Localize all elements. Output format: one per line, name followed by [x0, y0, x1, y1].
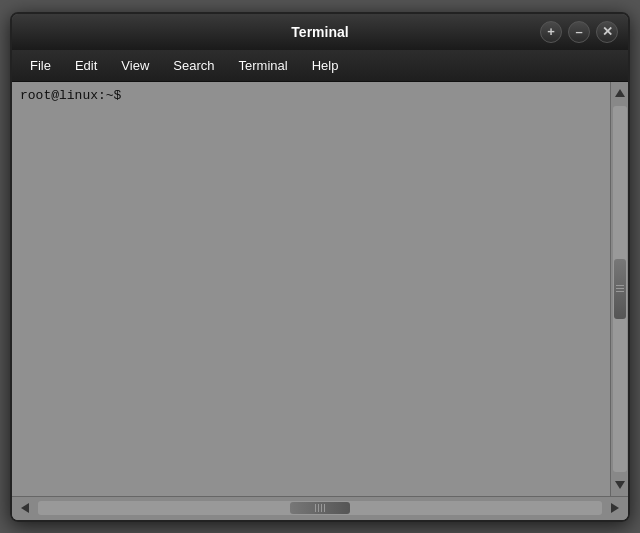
menu-file[interactable]: File	[20, 54, 61, 77]
scroll-thumb-horizontal[interactable]	[290, 502, 350, 514]
terminal-content-area: root@linux:~$	[12, 82, 628, 496]
scroll-thumb-grip	[616, 285, 624, 292]
scroll-track-vertical[interactable]	[613, 106, 627, 472]
svg-marker-0	[615, 89, 625, 97]
grip-line-2	[616, 288, 624, 289]
grip-line-1	[616, 285, 624, 286]
menu-terminal[interactable]: Terminal	[229, 54, 298, 77]
menu-view[interactable]: View	[111, 54, 159, 77]
menu-edit[interactable]: Edit	[65, 54, 107, 77]
horizontal-scrollbar	[12, 496, 628, 520]
h-grip-line-1	[315, 504, 316, 512]
terminal-wrapper: root@linux:~$	[12, 82, 628, 520]
grip-line-3	[616, 291, 624, 292]
vertical-scrollbar	[610, 82, 628, 496]
terminal-prompt: root@linux:~$	[20, 88, 602, 103]
scroll-track-horizontal[interactable]	[38, 501, 602, 515]
scroll-down-arrow[interactable]	[611, 474, 629, 496]
h-grip-line-4	[324, 504, 325, 512]
h-grip-line-2	[318, 504, 319, 512]
title-bar: Terminal + – ✕	[12, 14, 628, 50]
scroll-right-arrow[interactable]	[604, 498, 626, 518]
svg-marker-3	[611, 503, 619, 513]
minimize-button[interactable]: –	[568, 21, 590, 43]
svg-marker-1	[615, 481, 625, 489]
add-tab-button[interactable]: +	[540, 21, 562, 43]
scroll-thumb-vertical[interactable]	[614, 259, 626, 319]
menu-help[interactable]: Help	[302, 54, 349, 77]
menu-bar: File Edit View Search Terminal Help	[12, 50, 628, 82]
menu-search[interactable]: Search	[163, 54, 224, 77]
h-grip-line-3	[321, 504, 322, 512]
window-controls: + – ✕	[538, 21, 618, 43]
scroll-left-arrow[interactable]	[14, 498, 36, 518]
close-button[interactable]: ✕	[596, 21, 618, 43]
terminal-output[interactable]: root@linux:~$	[12, 82, 610, 496]
terminal-window: Terminal + – ✕ File Edit View Search Ter…	[10, 12, 630, 522]
window-title: Terminal	[102, 24, 538, 40]
scroll-up-arrow[interactable]	[611, 82, 629, 104]
svg-marker-2	[21, 503, 29, 513]
